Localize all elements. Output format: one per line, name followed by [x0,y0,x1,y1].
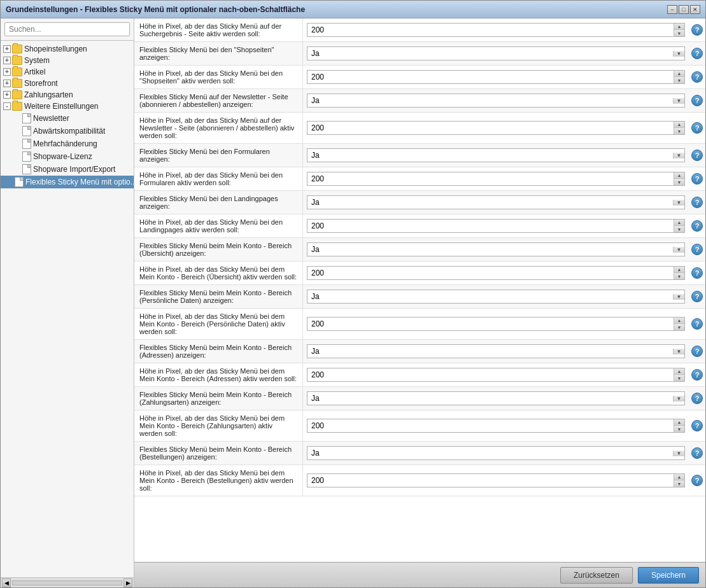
reset-button[interactable]: Zurücksetzen [560,567,633,584]
sidebar-item-weitere[interactable]: - Weitere Einstellungen [1,101,134,112]
help-button[interactable]: ? [691,291,703,302]
spin-buttons: ▲ ▼ [674,368,684,381]
sidebar-label: Storefront [24,79,58,88]
scroll-left-btn[interactable]: ◀ [2,578,11,587]
help-button[interactable]: ? [691,475,703,486]
settings-row: Höhe in Pixel, ab der das Sticky Menü be… [134,309,705,340]
help-button[interactable]: ? [691,318,703,330]
spin-buttons: ▲ ▼ [674,474,684,487]
spin-up-btn[interactable]: ▲ [674,474,684,480]
number-input[interactable] [307,267,674,279]
help-button[interactable]: ? [691,95,703,106]
spin-down-btn[interactable]: ▼ [674,480,684,487]
help-button[interactable]: ? [691,346,703,357]
spin-up-btn[interactable]: ▲ [674,267,684,273]
close-button[interactable]: ✕ [690,5,700,14]
folder-icon [12,102,22,111]
select-field[interactable]: JaNein [307,196,673,209]
help-button[interactable]: ? [691,393,703,404]
sidebar-item-zahlungsarten[interactable]: + Zahlungsarten [1,89,134,101]
sidebar-item-shopeinstellungen[interactable]: + Shopeinstellungen [1,43,134,55]
page-icon [22,164,31,174]
sidebar-item-abwaerts[interactable]: Abwärtskompatibilität [1,125,134,137]
spin-up-btn[interactable]: ▲ [674,419,684,426]
sidebar-item-storefront[interactable]: + Storefront [1,78,134,89]
help-button[interactable]: ? [691,48,703,59]
sidebar-item-mehrfach[interactable]: Mehrfachänderung [1,137,134,150]
spin-down-btn[interactable]: ▼ [674,128,684,134]
select-field[interactable]: JaNein [307,392,673,405]
spin-down-btn[interactable]: ▼ [674,324,684,330]
scroll-right-btn[interactable]: ▶ [124,578,132,587]
spin-up-btn[interactable]: ▲ [674,24,684,30]
row-label: Flexibles Sticky Menü beim Mein Konto - … [134,442,303,465]
save-button[interactable]: Speichern [638,567,699,584]
select-arrow-icon: ▼ [673,200,684,206]
number-input[interactable] [307,318,674,330]
help-button[interactable]: ? [691,24,703,36]
help-button[interactable]: ? [691,71,703,83]
select-field[interactable]: JaNein [307,149,673,162]
folder-icon [12,67,22,76]
help-button[interactable]: ? [691,244,703,255]
sidebar-item-system[interactable]: + System [1,55,134,66]
expand-icon[interactable]: + [3,91,11,99]
expand-icon[interactable]: + [3,80,11,87]
sidebar-item-flexibles[interactable]: Flexibles Sticky Menü mit optio... [1,176,134,188]
row-label: Flexibles Sticky Menü auf der Newsletter… [134,89,303,112]
spin-up-btn[interactable]: ▲ [674,122,684,128]
select-field[interactable]: JaNein [307,47,673,60]
settings-row: Höhe in Pixel, ab der das Sticky Menü au… [134,18,705,42]
help-button[interactable]: ? [691,220,703,232]
spin-down-btn[interactable]: ▼ [674,30,684,36]
sidebar-item-import[interactable]: Shopware Import/Export [1,163,134,176]
expand-icon[interactable]: + [3,45,11,53]
settings-row: Flexibles Sticky Menü auf der Newsletter… [134,89,705,113]
number-input[interactable] [307,172,674,185]
spin-up-btn[interactable]: ▲ [674,368,684,375]
select-field[interactable]: JaNein [307,94,673,107]
expand-icon[interactable]: + [3,68,11,76]
spin-down-btn[interactable]: ▼ [674,179,684,185]
spin-down-btn[interactable]: ▼ [674,426,684,432]
number-input[interactable] [307,220,674,232]
spin-down-btn[interactable]: ▼ [674,77,684,83]
spin-up-btn[interactable]: ▲ [674,318,684,324]
sidebar-item-newsletter[interactable]: Newsletter [1,112,134,125]
spin-up-btn[interactable]: ▲ [674,220,684,226]
spin-down-btn[interactable]: ▼ [674,375,684,381]
page-icon [22,113,31,123]
sidebar-item-artikel[interactable]: + Artikel [1,66,134,78]
number-input[interactable] [307,24,674,36]
select-field[interactable]: JaNein [307,290,673,303]
help-button[interactable]: ? [691,150,703,161]
help-button[interactable]: ? [691,267,703,279]
restore-button[interactable]: □ [679,5,689,14]
select-field[interactable]: JaNein [307,345,673,358]
minimize-button[interactable]: – [667,5,677,14]
select-field[interactable]: JaNein [307,243,673,256]
help-button[interactable]: ? [691,447,703,459]
expand-icon[interactable]: - [3,102,11,110]
number-input[interactable] [307,368,674,381]
row-control: JaNein ▼ [303,387,689,410]
spin-down-btn[interactable]: ▼ [674,226,684,232]
select-field[interactable]: JaNein [307,447,673,459]
spin-down-btn[interactable]: ▼ [674,273,684,279]
help-button[interactable]: ? [691,420,703,431]
number-input[interactable] [307,122,674,134]
expand-icon[interactable]: + [3,57,11,64]
sidebar-item-lizenz[interactable]: Shopware-Lizenz [1,150,134,163]
number-input[interactable] [307,474,674,487]
help-button[interactable]: ? [691,173,703,185]
search-input[interactable] [4,22,130,36]
horizontal-scrollbar[interactable]: ◀ ▶ [1,577,134,587]
help-button[interactable]: ? [691,369,703,381]
number-input[interactable] [307,71,674,83]
number-input[interactable] [307,419,674,432]
help-button[interactable]: ? [691,122,703,134]
help-button[interactable]: ? [691,197,703,208]
spin-up-btn[interactable]: ▲ [674,71,684,77]
spin-up-btn[interactable]: ▲ [674,172,684,179]
row-help: ? [689,42,705,65]
